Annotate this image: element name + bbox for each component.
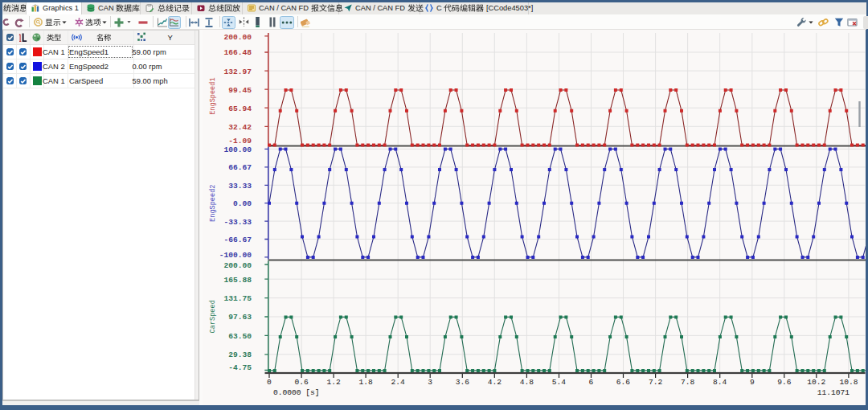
- svg-text:3: 3: [428, 378, 432, 387]
- svg-text:1.8: 1.8: [358, 378, 373, 387]
- svg-text:0: 0: [267, 378, 272, 387]
- svg-text:29.38: 29.38: [228, 351, 252, 359]
- svg-text:165.88: 165.88: [223, 275, 252, 284]
- svg-text:EngSpeed2: EngSpeed2: [209, 184, 217, 221]
- svg-text:7.2: 7.2: [649, 378, 663, 387]
- svg-text:166.48: 166.48: [223, 48, 252, 57]
- svg-text:-33.33: -33.33: [223, 217, 252, 226]
- svg-text:6: 6: [589, 378, 594, 387]
- svg-text:-66.67: -66.67: [223, 236, 252, 244]
- svg-text:3.6: 3.6: [456, 378, 470, 387]
- svg-text:10.2: 10.2: [807, 378, 825, 387]
- svg-text:5.4: 5.4: [552, 378, 567, 387]
- svg-text:0.6: 0.6: [294, 378, 309, 387]
- svg-text:4.2: 4.2: [488, 378, 502, 387]
- svg-text:CarSpeed: CarSpeed: [209, 300, 217, 333]
- svg-text:63.50: 63.50: [228, 331, 252, 340]
- svg-text:6.6: 6.6: [616, 378, 631, 387]
- svg-text:200.00: 200.00: [223, 260, 252, 269]
- svg-text:97.63: 97.63: [228, 313, 252, 322]
- svg-text:11.1071: 11.1071: [817, 388, 850, 397]
- svg-text:99.45: 99.45: [228, 85, 252, 94]
- svg-text:33.33: 33.33: [228, 181, 252, 190]
- svg-text:66.67: 66.67: [228, 163, 252, 172]
- svg-text:100.00: 100.00: [223, 146, 252, 154]
- svg-text:7.8: 7.8: [681, 378, 695, 387]
- svg-text:8.4: 8.4: [713, 378, 727, 387]
- svg-text:EngSpeed1: EngSpeed1: [209, 77, 217, 114]
- svg-text:1.2: 1.2: [326, 378, 341, 387]
- svg-text:0.0000 [s]: 0.0000 [s]: [273, 388, 320, 397]
- svg-text:-100.00: -100.00: [219, 251, 252, 260]
- svg-text:32.42: 32.42: [228, 122, 252, 131]
- svg-text:65.94: 65.94: [228, 104, 252, 113]
- svg-text:0.00: 0.00: [233, 199, 252, 208]
- svg-text:9: 9: [750, 378, 755, 387]
- svg-text:-1.09: -1.09: [228, 137, 252, 146]
- svg-text:2.4: 2.4: [391, 378, 406, 387]
- svg-text:131.75: 131.75: [223, 294, 252, 303]
- svg-text:-4.75: -4.75: [228, 363, 252, 371]
- svg-text:200.00: 200.00: [223, 33, 252, 42]
- svg-text:9.6: 9.6: [777, 378, 792, 387]
- svg-text:10.8: 10.8: [839, 378, 858, 387]
- svg-text:132.97: 132.97: [223, 67, 252, 76]
- svg-text:4.8: 4.8: [520, 378, 534, 387]
